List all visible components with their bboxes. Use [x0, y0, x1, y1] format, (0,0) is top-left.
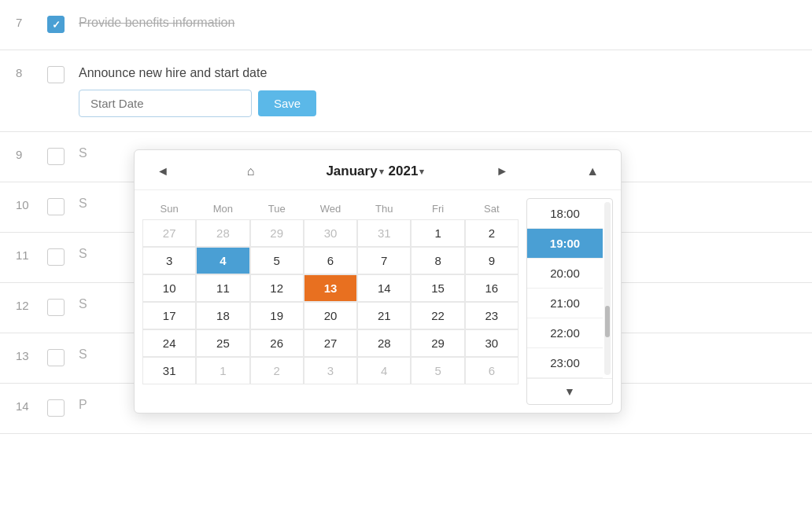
- calendar-cell[interactable]: 1: [196, 357, 249, 384]
- calendar-cell[interactable]: 10: [142, 274, 196, 302]
- row-number-7: 7: [16, 14, 47, 29]
- calendar-cells: 2728293031123456789101112131415161718192…: [142, 219, 519, 384]
- time-item[interactable]: 19:00: [527, 229, 603, 259]
- time-item[interactable]: 18:00: [527, 199, 603, 229]
- time-item[interactable]: 21:00: [527, 289, 603, 318]
- calendar-cell[interactable]: 6: [304, 247, 357, 274]
- calendar-title: January ▾ 2021 ▾: [326, 164, 424, 179]
- year-dropdown-button[interactable]: 2021 ▾: [389, 164, 425, 179]
- day-name-fri: Fri: [411, 198, 464, 219]
- calendar-cell[interactable]: 4: [196, 247, 249, 274]
- calendar-cell[interactable]: 21: [357, 302, 411, 329]
- calendar-cell[interactable]: 9: [465, 247, 519, 274]
- checkbox-12[interactable]: [47, 299, 65, 316]
- save-button[interactable]: Save: [258, 90, 316, 116]
- calendar-cell[interactable]: 3: [304, 357, 357, 384]
- row-check-7: [47, 14, 69, 33]
- calendar-cell[interactable]: 5: [411, 357, 464, 384]
- home-button[interactable]: ⌂: [241, 161, 261, 182]
- calendar-cell[interactable]: 29: [411, 329, 464, 357]
- calendar-month-label: January: [326, 164, 377, 179]
- calendar-cell[interactable]: 17: [142, 302, 196, 329]
- calendar-cell[interactable]: 7: [357, 247, 411, 274]
- calendar-grid: Sun Mon Tue Wed Thu Fri Sat 272829303112…: [142, 198, 519, 405]
- checkbox-13[interactable]: [47, 349, 65, 366]
- calendar-day-headers: Sun Mon Tue Wed Thu Fri Sat: [142, 198, 519, 219]
- row-number-12: 12: [16, 297, 47, 312]
- calendar-cell[interactable]: 5: [250, 247, 304, 274]
- checkbox-14[interactable]: [47, 399, 65, 417]
- row-number-10: 10: [16, 197, 47, 211]
- calendar-cell[interactable]: 26: [250, 329, 304, 357]
- calendar-cell[interactable]: 11: [196, 274, 249, 302]
- calendar-cell[interactable]: 2: [465, 219, 519, 247]
- next-month-button[interactable]: ►: [489, 161, 515, 182]
- checkbox-7[interactable]: [47, 16, 65, 33]
- time-item[interactable]: 20:00: [527, 259, 603, 289]
- time-item[interactable]: 22:00: [527, 318, 603, 348]
- calendar-cell[interactable]: 12: [250, 274, 304, 302]
- calendar-cell[interactable]: 13: [304, 274, 357, 302]
- checkbox-8[interactable]: [47, 66, 65, 83]
- calendar-cell[interactable]: 1: [411, 219, 464, 247]
- task-stub-11: S: [79, 247, 87, 260]
- calendar-cell[interactable]: 14: [357, 274, 411, 302]
- row-number-13: 13: [16, 347, 47, 362]
- calendar-cell[interactable]: 18: [196, 302, 249, 329]
- checkbox-10[interactable]: [47, 198, 65, 215]
- task-label-8: Announce new hire and start date: [79, 66, 267, 79]
- row-check-8: [47, 64, 69, 83]
- time-up-button[interactable]: ▲: [580, 161, 605, 182]
- calendar-year-label: 2021: [389, 164, 419, 179]
- row-check-14: [47, 398, 69, 417]
- day-name-tue: Tue: [250, 198, 304, 219]
- calendar-cell[interactable]: 19: [250, 302, 304, 329]
- day-name-sun: Sun: [142, 198, 196, 219]
- calendar-cell[interactable]: 15: [411, 274, 464, 302]
- calendar-header: ◄ ⌂ January ▾ 2021 ▾ ► ▲: [135, 150, 621, 190]
- calendar-cell[interactable]: 22: [411, 302, 464, 329]
- task-stub-12: S: [79, 297, 87, 311]
- calendar-cell[interactable]: 20: [304, 302, 357, 329]
- time-scroll[interactable]: 18:0019:0020:0021:0022:0023:00: [527, 199, 603, 378]
- calendar-cell[interactable]: 16: [465, 274, 519, 302]
- month-dropdown-button[interactable]: January ▾: [326, 164, 383, 179]
- day-name-sat: Sat: [465, 198, 519, 219]
- calendar-cell[interactable]: 28: [357, 329, 411, 357]
- calendar-cell[interactable]: 30: [304, 219, 357, 247]
- calendar-cell[interactable]: 8: [411, 247, 464, 274]
- checkbox-9[interactable]: [47, 148, 65, 165]
- calendar-cell[interactable]: 31: [142, 357, 196, 384]
- time-down-button[interactable]: ▼: [527, 378, 612, 404]
- task-input-row: Save: [79, 90, 316, 117]
- day-name-mon: Mon: [196, 198, 249, 219]
- start-date-input[interactable]: [79, 90, 252, 117]
- calendar-cell[interactable]: 31: [357, 219, 411, 247]
- calendar-cell[interactable]: 4: [357, 357, 411, 384]
- task-row-8: 8 Announce new hire and start date Save: [0, 50, 812, 132]
- calendar-cell[interactable]: 25: [196, 329, 249, 357]
- task-stub-9: S: [79, 146, 87, 160]
- row-check-11: [47, 247, 69, 266]
- time-picker-inner: 18:0019:0020:0021:0022:0023:00: [527, 199, 612, 378]
- calendar-cell[interactable]: 3: [142, 247, 196, 274]
- calendar-cell[interactable]: 27: [304, 329, 357, 357]
- calendar-cell[interactable]: 28: [196, 219, 249, 247]
- time-picker: 18:0019:0020:0021:0022:0023:00 ▼: [526, 198, 613, 405]
- task-row: 7 Provide benefits information: [0, 0, 812, 50]
- checkbox-11[interactable]: [47, 248, 65, 266]
- task-stub-10: S: [79, 197, 87, 210]
- time-scrollbar-track: [604, 202, 611, 375]
- row-check-12: [47, 297, 69, 316]
- calendar-cell[interactable]: 27: [142, 219, 196, 247]
- calendar-cell[interactable]: 6: [465, 357, 519, 384]
- day-name-wed: Wed: [304, 198, 357, 219]
- calendar-cell[interactable]: 29: [250, 219, 304, 247]
- calendar-cell[interactable]: 23: [465, 302, 519, 329]
- calendar-cell[interactable]: 24: [142, 329, 196, 357]
- calendar-cell[interactable]: 30: [465, 329, 519, 357]
- row-content-8: Announce new hire and start date Save: [79, 64, 316, 117]
- prev-month-button[interactable]: ◄: [150, 161, 175, 182]
- calendar-cell[interactable]: 2: [250, 357, 304, 384]
- time-item[interactable]: 23:00: [527, 348, 603, 378]
